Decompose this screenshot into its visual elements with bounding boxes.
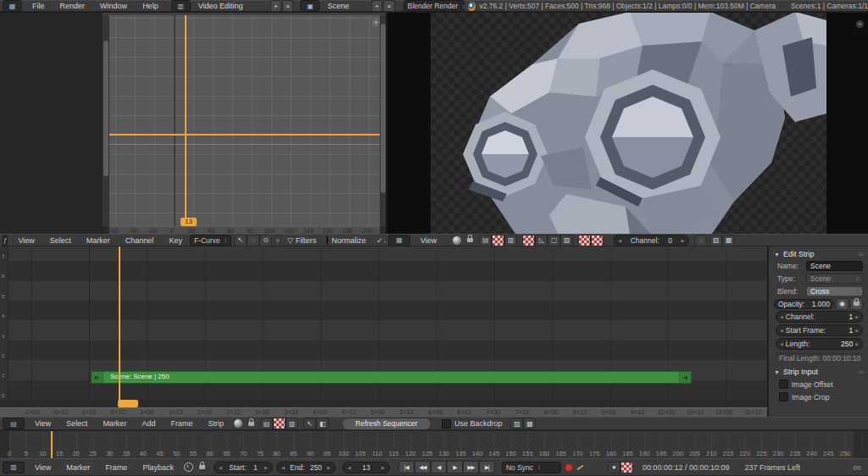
play-icon[interactable]: ▶	[447, 461, 463, 473]
editor-type-selector[interactable]: ▦	[3, 0, 22, 12]
crop-icon[interactable]: ▢	[548, 235, 560, 246]
render-size-icon[interactable]: ▩	[722, 235, 735, 246]
add-scene-button[interactable]: +	[371, 0, 382, 12]
topbar-menu[interactable]: File	[25, 2, 53, 10]
opacity-slider[interactable]: Opacity: 1.000	[774, 299, 834, 309]
scene-browse-button[interactable]: ▣	[300, 0, 320, 12]
sequencer-timeline-view[interactable]: 76543210 ▶ Scene: Scene | 250 ◀	[0, 246, 768, 400]
sequencer-playhead-line[interactable]	[119, 246, 120, 407]
image-crop-checkbox[interactable]	[779, 392, 788, 401]
preview-menu[interactable]: View	[413, 236, 444, 245]
both-view-icon[interactable]: ▥	[286, 418, 298, 429]
graph-menu[interactable]: Marker	[79, 236, 118, 245]
edit-strip-panel-header[interactable]: ▼ Edit Strip ═	[774, 250, 865, 258]
sequencer-menu[interactable]: Marker	[95, 419, 134, 428]
pivot-point-icon[interactable]: ⊙	[259, 235, 272, 246]
delete-layout-button[interactable]: ×	[282, 0, 293, 12]
strip-type-select[interactable]: Scene↕	[806, 274, 863, 284]
preview-editor-type-selector[interactable]: ▦	[388, 235, 410, 246]
graph-grid[interactable]	[109, 15, 380, 226]
decrement-icon[interactable]: ◀	[219, 465, 222, 470]
grease-pencil-icon[interactable]: ▨	[510, 418, 523, 429]
collapse-triangle-icon[interactable]: ▼	[774, 252, 780, 257]
graph-channel-list-region[interactable]	[0, 12, 103, 234]
graph-menu[interactable]: View	[10, 236, 42, 245]
screen-layout-name[interactable]: Video Editing	[198, 2, 243, 10]
sequencer-preview-view[interactable]: +	[386, 12, 868, 234]
animate-eye-icon[interactable]: ◉	[836, 298, 849, 310]
ghost-curves-icon[interactable]: ◌	[247, 235, 259, 246]
increment-icon[interactable]: ▶	[264, 465, 268, 470]
sequencer-channel-scrollbar[interactable]: 76543210	[0, 246, 8, 400]
graph-cursor-line-horizontal[interactable]	[109, 134, 380, 136]
render-engine-select[interactable]: Blender Render↕	[403, 0, 465, 12]
zoom-tool-icon[interactable]: ○	[275, 235, 281, 246]
graph-menu[interactable]: Select	[42, 236, 79, 245]
timeline-menu[interactable]: Marker	[58, 463, 97, 472]
collapse-triangle-icon[interactable]: ▼	[774, 369, 780, 375]
graph-menu[interactable]: Channel	[118, 236, 162, 245]
graph-editor-view[interactable]: 13 +	[103, 12, 386, 226]
jump-to-start-icon[interactable]: |◀	[398, 461, 415, 473]
graph-current-frame-badge[interactable]: 13	[181, 218, 197, 226]
increment-icon[interactable]: ▶	[381, 465, 385, 470]
increment-icon[interactable]: ▶	[855, 328, 859, 333]
image-offset-checkbox[interactable]	[779, 379, 788, 389]
preview-panel-plus-icon[interactable]: +	[856, 20, 864, 28]
ghost-icon[interactable]: ◌	[694, 235, 707, 246]
sequencer-menu[interactable]: View	[27, 419, 58, 428]
sequencer-menu[interactable]: Add	[134, 419, 163, 428]
sequencer-menu[interactable]: Frame	[163, 419, 200, 428]
lock-icon[interactable]	[199, 465, 205, 469]
graph-mode-select[interactable]: F-Curve↕	[190, 235, 231, 246]
panel-grip-icon[interactable]: ═	[859, 368, 865, 376]
scene-name[interactable]: Scene	[327, 2, 349, 10]
sync-mode-select[interactable]: No Sync↕	[502, 462, 561, 473]
decrement-icon[interactable]: ◀	[780, 314, 783, 319]
next-keyframe-icon[interactable]: ▶▶	[463, 461, 479, 473]
increment-icon[interactable]: ▶	[855, 314, 859, 319]
increment-icon[interactable]: ▶	[681, 238, 684, 243]
image-preview-icon[interactable]	[492, 235, 504, 246]
timeline-editor-type-selector[interactable]: ▥	[3, 462, 25, 473]
timeline-playhead-line[interactable]	[51, 431, 53, 459]
graph-menu[interactable]: Key	[161, 236, 190, 245]
snap-magnet-icon[interactable]: ◧	[316, 418, 329, 429]
record-icon[interactable]	[565, 463, 573, 472]
preview-channel-field[interactable]: ◀ Channel: 0 ▶	[613, 235, 689, 246]
sequencer-view-icon[interactable]: ▤	[260, 418, 273, 429]
proxy-icon[interactable]: ▧	[709, 235, 722, 246]
increment-icon[interactable]: ▶	[855, 341, 859, 346]
sequencer-current-frame-indicator[interactable]	[118, 400, 138, 407]
timeline-view[interactable]: 0510152025303540455055606570758085909510…	[0, 430, 868, 458]
snap-cursor-icon[interactable]: ↖	[303, 418, 316, 429]
lock-small-icon[interactable]	[850, 298, 863, 310]
sphere-icon[interactable]	[453, 236, 461, 245]
filter-funnel-icon[interactable]: ▽	[287, 236, 293, 245]
lock-icon[interactable]	[467, 238, 473, 242]
sequencer-editor-type-selector[interactable]: ▤	[3, 418, 25, 429]
strip-left-handle[interactable]: ▶	[92, 372, 103, 383]
topbar-menu[interactable]: Help	[135, 2, 166, 10]
refresh-sequencer-button[interactable]: Refresh Sequencer	[342, 418, 431, 430]
topbar-menu[interactable]: Render	[53, 2, 93, 10]
graph-left-scrollbar[interactable]	[103, 15, 109, 226]
decrement-icon[interactable]: ◀	[618, 238, 621, 243]
graph-playhead-line[interactable]	[185, 15, 186, 219]
overlay-a-icon[interactable]	[578, 235, 591, 246]
play-reverse-icon[interactable]: ◀	[431, 461, 447, 473]
graph-panel-plus-icon[interactable]: +	[372, 19, 380, 26]
timeline-menu[interactable]: Playback	[135, 463, 181, 472]
prev-keyframe-icon[interactable]: ◀◀	[415, 461, 431, 473]
alpha-channel-icon[interactable]	[522, 235, 535, 246]
panel-grip-icon[interactable]: ═	[859, 251, 865, 258]
delete-scene-button[interactable]: ×	[383, 0, 394, 12]
lock-icon[interactable]	[248, 422, 254, 426]
topbar-menu[interactable]: Window	[92, 2, 135, 10]
length-field[interactable]: ◀ Length: 250 ▶	[776, 338, 863, 350]
sequencer-menu[interactable]: Select	[58, 419, 95, 428]
cursor-select-icon[interactable]: ↖	[234, 235, 247, 246]
add-layout-button[interactable]: +	[270, 0, 281, 12]
decrement-icon[interactable]: ◀	[780, 341, 783, 346]
clock-icon[interactable]	[184, 462, 193, 472]
